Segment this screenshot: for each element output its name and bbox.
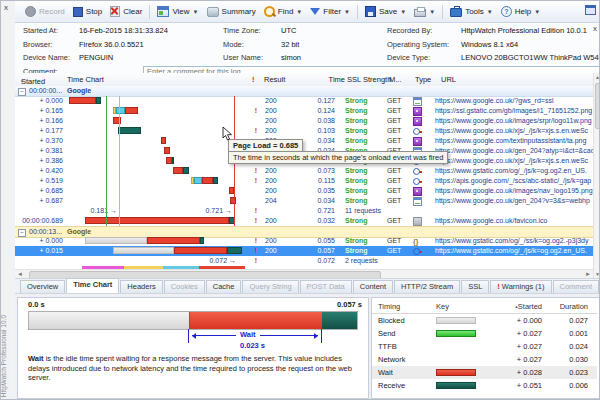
- timing-column-header[interactable]: Key: [436, 300, 449, 313]
- request-row[interactable]: + 0.000!2000.055StrongGEThttps://www.gst…: [15, 236, 593, 246]
- scroll-up-icon[interactable]: ▲: [595, 74, 600, 80]
- timing-row-blocked[interactable]: Blocked+ 0.0000.027: [372, 314, 597, 327]
- timing-row-receive[interactable]: Receive+ 0.0510.006: [372, 379, 597, 392]
- close-icon[interactable]: x: [4, 3, 8, 12]
- summary-button[interactable]: Summary: [203, 4, 260, 19]
- stop-button[interactable]: Stop: [69, 4, 106, 19]
- page-summary-row[interactable]: 0.181 →0.721 →!0.72111 requests: [15, 206, 593, 216]
- result-code: 200: [265, 216, 293, 226]
- request-row[interactable]: + 0.519!2000.115StrongGEThttps://apis.go…: [15, 176, 593, 186]
- request-row[interactable]: + 0.0002000.127StrongGEThttps://www.goog…: [15, 96, 593, 106]
- request-row[interactable]: + 0.165!2000.124StrongGEThttps://ssl.gst…: [15, 106, 593, 116]
- find-button[interactable]: Find▼: [260, 4, 307, 19]
- tab-ssl[interactable]: SSL: [461, 280, 489, 293]
- request-row[interactable]: + 0.3702000.034StrongGEThttps://www.goog…: [15, 136, 593, 146]
- result-code: 200: [265, 186, 293, 196]
- tab-post-data[interactable]: POST Data: [300, 280, 352, 293]
- request-row[interactable]: + 0.420!2000.073StrongGEThttps://www.gst…: [15, 166, 593, 176]
- timing-duration: 0.030: [544, 353, 588, 366]
- time-chart-bar[interactable]: [63, 116, 249, 126]
- time-chart-bar[interactable]: [63, 216, 249, 226]
- column-header-warning[interactable]: !: [252, 75, 255, 84]
- timing-row-wait[interactable]: Wait+ 0.0280.023: [372, 366, 597, 379]
- request-row[interactable]: + 0.015!2000.057StrongGEThttps://www.gst…: [15, 246, 593, 256]
- column-header-method[interactable]: M...: [389, 75, 402, 84]
- vertical-scrollbar[interactable]: ▲ ▼: [593, 73, 600, 278]
- tab-cache[interactable]: Cache: [206, 280, 242, 293]
- time-chart-bar[interactable]: [63, 176, 249, 186]
- save-button[interactable]: Save▼: [361, 4, 410, 19]
- scroll-down-icon[interactable]: ▼: [595, 271, 600, 277]
- timing-row-ttfb[interactable]: TTFB+ 0.0270.024: [372, 340, 597, 353]
- time-chart-bar[interactable]: [63, 246, 249, 256]
- time-chart-bar[interactable]: [63, 186, 249, 196]
- help-button[interactable]: Help▼: [497, 4, 544, 19]
- time-chart-bar[interactable]: [63, 146, 249, 156]
- bar-segment-teal: [227, 247, 242, 254]
- page-summary-row[interactable]: 0.072 →!0.0722 requests: [15, 256, 593, 266]
- view-button[interactable]: View▼: [153, 4, 202, 19]
- clear-button[interactable]: Clear: [106, 4, 146, 19]
- timing-column-header[interactable]: Timing: [378, 300, 400, 313]
- timing-column-header[interactable]: ▴Started: [490, 300, 542, 313]
- column-header-ssl-strength[interactable]: SSL Strength: [347, 75, 391, 84]
- tab-http-2-stream[interactable]: HTTP/2 Stream: [394, 280, 460, 293]
- print-button[interactable]: ▼: [410, 4, 439, 19]
- http-method: GET: [387, 126, 411, 136]
- bar-segment-cyan: [194, 177, 202, 184]
- http-method: GET: [387, 166, 411, 176]
- img-type-icon: [413, 137, 422, 146]
- time-chart-bar[interactable]: [63, 236, 249, 246]
- timing-row-network[interactable]: Network+ 0.0270.030: [372, 353, 597, 366]
- column-header-result[interactable]: Result: [264, 75, 285, 84]
- receive-segment[interactable]: [322, 312, 357, 329]
- timing-row-send[interactable]: Send+ 0.0270.001: [372, 327, 597, 340]
- record-button[interactable]: Record: [21, 4, 69, 19]
- chevron-down-icon[interactable]: ▼: [344, 9, 350, 15]
- request-row[interactable]: 00:00:00.689!2000.032StrongGEThttps://ww…: [15, 216, 593, 226]
- vertical-scroll-thumb[interactable]: [595, 83, 600, 129]
- chevron-down-icon[interactable]: ▼: [400, 9, 406, 15]
- time-chart-bar[interactable]: [63, 196, 249, 206]
- tab-query-string[interactable]: Query String: [242, 280, 298, 293]
- window-icon[interactable]: [585, 5, 596, 15]
- time-chart-bar[interactable]: [63, 166, 249, 176]
- timing-name: Blocked: [378, 314, 405, 327]
- save-label: Save: [379, 7, 397, 16]
- request-time: 0.115: [293, 176, 335, 186]
- result-code: 200: [265, 96, 293, 106]
- time-chart-bar[interactable]: [63, 156, 249, 166]
- tab-time-chart[interactable]: Time Chart: [66, 278, 119, 293]
- request-row[interactable]: + 0.1662000.038StrongGEThttps://www.goog…: [15, 116, 593, 126]
- column-header-time[interactable]: Time: [301, 75, 345, 84]
- info-label: User Name:: [223, 51, 263, 64]
- chevron-down-icon[interactable]: ▼: [534, 9, 540, 15]
- filter-button[interactable]: Filter▼: [306, 5, 354, 18]
- column-header-type[interactable]: Type: [415, 75, 431, 84]
- column-header-url[interactable]: URL: [441, 75, 456, 84]
- tab-cookies[interactable]: Cookies: [164, 280, 205, 293]
- tab-content[interactable]: Content: [353, 280, 393, 293]
- result-code: 200: [265, 246, 293, 256]
- chevron-down-icon[interactable]: ▼: [193, 9, 199, 15]
- collapse-icon[interactable]: −: [18, 88, 26, 96]
- chevron-down-icon[interactable]: ▼: [429, 9, 435, 15]
- tab-comment[interactable]: Comment: [553, 280, 600, 293]
- time-chart-bar[interactable]: [63, 106, 249, 116]
- tab-warnings-1-[interactable]: !Warnings (1): [490, 280, 551, 293]
- request-started: + 0.685: [15, 186, 63, 196]
- ssl-strength: Strong: [345, 216, 385, 226]
- tools-button[interactable]: Tools▼: [446, 4, 497, 19]
- tab-overview[interactable]: Overview: [20, 280, 65, 293]
- result-code: 200: [265, 126, 293, 136]
- tab-headers[interactable]: Headers: [120, 280, 162, 293]
- time-chart-bar[interactable]: [63, 96, 249, 106]
- timing-column-header[interactable]: Duration: [544, 300, 588, 313]
- column-header-time-chart[interactable]: Time Chart: [67, 75, 104, 84]
- chevron-down-icon[interactable]: ▼: [487, 9, 493, 15]
- chevron-down-icon[interactable]: ▼: [296, 9, 302, 15]
- request-row[interactable]: + 0.6872040.034StrongGEThttps://www.goog…: [15, 196, 593, 206]
- wait-segment[interactable]: [189, 312, 322, 329]
- request-row[interactable]: + 0.6852000.035StrongGEThttps://www.goog…: [15, 186, 593, 196]
- request-row[interactable]: + 0.177!2000.103StrongGEThttps://www.goo…: [15, 126, 593, 136]
